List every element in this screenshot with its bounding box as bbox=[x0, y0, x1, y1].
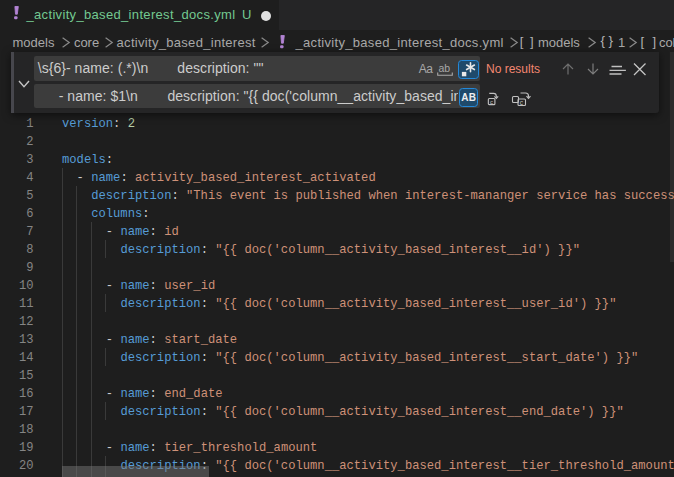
svg-text:c: c bbox=[520, 99, 524, 106]
svg-text:c: c bbox=[490, 98, 493, 105]
svg-text:ab: ab bbox=[439, 63, 451, 74]
